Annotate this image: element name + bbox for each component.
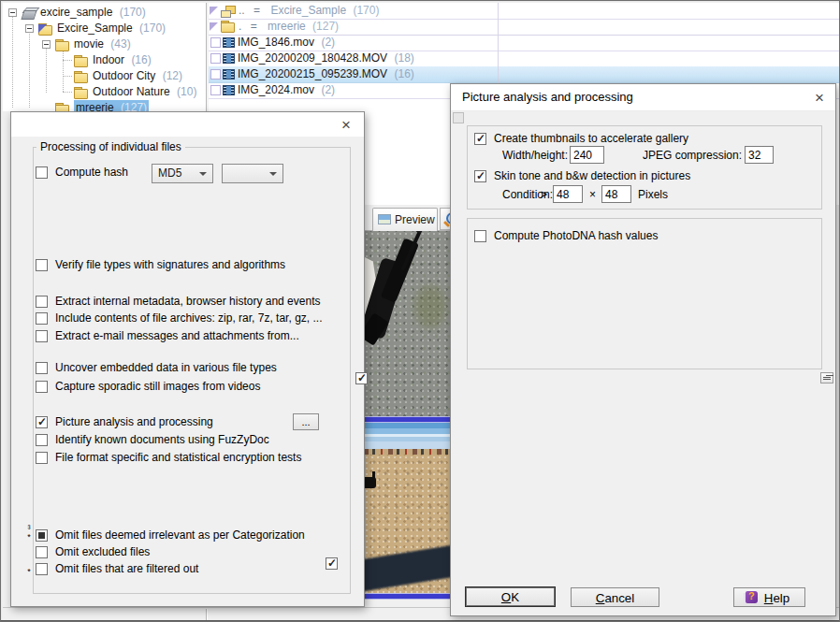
close-icon[interactable]: × [336, 115, 356, 136]
list-item-name: IMG_2024.mov [238, 83, 314, 96]
help-button[interactable]: Help [733, 587, 805, 607]
picture-analysis-more-button[interactable]: ... [293, 413, 319, 430]
skin-tone-checkbox[interactable] [474, 170, 486, 182]
option-label: Compute PhotoDNA hash values [494, 229, 658, 243]
include-archives-checkbox[interactable] [36, 312, 48, 325]
folder-icon [221, 21, 235, 32]
mini-toggle-button[interactable] [820, 372, 833, 383]
evidence-object-icon [22, 7, 36, 19]
fuzzydoc-checkbox[interactable] [36, 434, 48, 446]
equals-sign: = [253, 4, 260, 17]
directory-tree: excire_sample (170) Excire_Sample (170) … [3, 3, 206, 111]
option-label: File format specific and statistical enc… [55, 451, 301, 465]
uncover-embedded-checkbox[interactable] [36, 362, 48, 374]
list-item-file[interactable]: IMG_1846.mov (2) [209, 35, 839, 51]
tree-item-count: (127) [121, 101, 147, 111]
option-label: Skin tone and b&w detection in pictures [494, 169, 690, 183]
option-label: Verify file types with signatures and al… [55, 258, 285, 272]
ok-button[interactable]: OK [465, 586, 556, 607]
list-item-count: (127) [312, 20, 339, 33]
width-height-input[interactable] [570, 146, 604, 164]
omit-filtered-checkbox[interactable] [36, 563, 48, 575]
option-label: Include contents of file archives: zip, … [55, 311, 322, 325]
omit-excluded-checkbox[interactable] [36, 546, 48, 558]
tree-item-count: (10) [177, 85, 196, 98]
list-item-count: (2) [321, 36, 335, 49]
tree-item-label: Indoor [93, 53, 124, 66]
video-file-icon [223, 85, 235, 95]
tree-item-count: (43) [110, 37, 130, 51]
list-item-parent-dir[interactable]: .. = Excire_Sample (170) [209, 3, 839, 20]
list-item-count: (16) [394, 67, 413, 80]
list-item-name: mreerie [268, 20, 306, 33]
close-icon[interactable]: × [809, 88, 830, 108]
video-still-frame-1[interactable] [364, 231, 450, 416]
option-label: Uncover embedded data in various file ty… [55, 361, 277, 375]
extract-metadata-checkbox[interactable] [36, 296, 48, 308]
list-item-file[interactable]: IMG_20200209_180428.MOV (18) [209, 51, 839, 67]
width-height-label: Width/height: [502, 149, 568, 163]
frame-separator [364, 593, 450, 600]
picture-analysis-checkbox[interactable] [36, 416, 48, 428]
equals-sign: = [251, 20, 257, 33]
video-file-icon [223, 37, 235, 48]
photodna-checkbox[interactable] [474, 230, 486, 242]
capture-stills-checkbox[interactable] [36, 381, 48, 393]
compute-hash-label: Compute hash [55, 166, 128, 180]
condition-height-input[interactable] [601, 185, 631, 203]
tree-item-excire-sample-folder[interactable]: Excire_Sample (170) [3, 21, 166, 36]
omit-irrelevant-checkbox[interactable] [36, 529, 48, 542]
list-item-count: (18) [394, 51, 413, 65]
collapse-expander-icon[interactable] [25, 24, 34, 33]
list-item-count: (170) [353, 4, 379, 17]
option-marker: ³ [24, 525, 34, 532]
verify-file-types-checkbox[interactable] [36, 259, 48, 271]
tree-item-label: movie [74, 37, 104, 51]
hash-algorithm-2-select[interactable] [222, 164, 283, 183]
option-label: Picture analysis and processing [55, 415, 213, 429]
row-checkbox[interactable] [210, 37, 221, 48]
status-divider [206, 609, 208, 620]
omit-filtered-extra-checkbox[interactable] [326, 557, 338, 570]
tree-item-count: (170) [139, 22, 166, 35]
tree-item-outdoor-nature[interactable]: Outdoor Nature (10) [3, 84, 196, 100]
preview-image-icon [378, 214, 391, 224]
extract-email-checkbox[interactable] [36, 330, 48, 342]
tree-item-label: excire_sample [40, 6, 112, 19]
list-item-file-selected[interactable]: IMG_20200215_095239.MOV (16) [209, 66, 839, 83]
corner-grip [453, 112, 464, 123]
picture-analysis-dialog: Picture analysis and processing × Create… [450, 83, 836, 616]
cancel-button[interactable]: Cancel [571, 587, 659, 607]
refine-snapshot-dialog: × Processing of individual files Compute… [10, 111, 365, 607]
compute-hash-checkbox[interactable] [36, 166, 48, 179]
tree-item-mreerie[interactable]: mreerie (127) [3, 100, 149, 111]
row-checkbox[interactable] [210, 53, 221, 64]
option-label: Identify known documents using FuzZyDoc [55, 433, 269, 447]
tree-item-label: Outdoor Nature [93, 85, 170, 98]
hash-algorithm-select[interactable]: MD5 [152, 164, 213, 183]
row-checkbox[interactable] [210, 85, 221, 95]
chevron-down-icon [269, 172, 277, 176]
condition-width-input[interactable] [553, 185, 583, 203]
collapse-expander-icon[interactable] [8, 8, 17, 17]
encryption-tests-checkbox[interactable] [36, 452, 48, 464]
tree-item-count: (16) [131, 53, 151, 66]
row-checkbox[interactable] [210, 69, 221, 80]
list-item-current-dir[interactable]: . = mreerie (127) [209, 19, 839, 36]
collapse-expander-icon[interactable] [42, 40, 51, 49]
mode-tab-bar: Preview [365, 205, 450, 231]
tree-item-indoor[interactable]: Indoor (16) [3, 52, 152, 68]
tree-item-outdoor-city[interactable]: Outdoor City (12) [3, 68, 182, 84]
option-marker: * [24, 568, 34, 575]
tree-item-movie[interactable]: movie (43) [3, 36, 131, 52]
folder-icon [55, 103, 69, 111]
condition-operator: > [541, 188, 547, 202]
tree-item-excire-sample[interactable]: excire_sample (170) [3, 5, 146, 21]
create-thumbnails-checkbox[interactable] [474, 133, 486, 145]
chevron-down-icon [199, 172, 207, 176]
video-still-frame-2[interactable] [364, 423, 450, 593]
option-label: Capture sporadic still images from video… [55, 380, 260, 394]
jpeg-compression-input[interactable] [745, 146, 774, 164]
edge-option-checkbox[interactable] [355, 372, 368, 384]
tab-preview[interactable]: Preview [372, 208, 438, 231]
